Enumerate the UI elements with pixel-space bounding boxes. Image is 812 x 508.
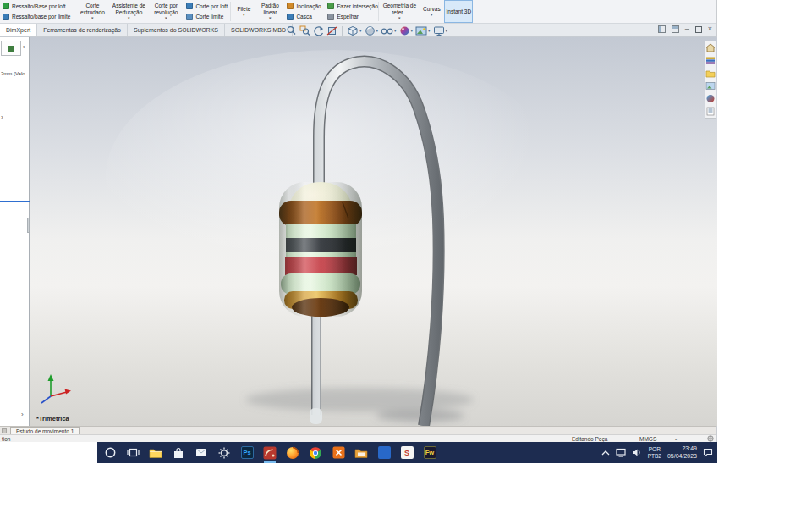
motion-study-tab[interactable]: Estudo de movimento 1 [10,427,80,434]
mirror-icon [327,14,334,20]
ribbon-button-fazer-intersecao[interactable]: Fazer interseção [327,3,375,9]
ribbon-label: Assistente de Perfuração [110,3,147,15]
dropdown-arrow-icon[interactable]: ▾ [394,28,397,33]
fireworks-icon[interactable]: Fw [423,446,436,460]
network-display-icon[interactable] [616,448,626,457]
task-view-icon[interactable] [126,446,140,460]
display-style-icon[interactable]: ▾ [365,25,379,36]
display-pane-toggle-icon[interactable] [672,25,679,33]
status-globe-icon[interactable] [707,435,714,442]
ribbon-button-casca[interactable]: Casca [287,14,322,20]
solidworks-document-label: S [404,449,409,457]
view-orientation-icon[interactable]: ▾ [347,25,362,36]
dropdown-arrow-icon[interactable]: ▾ [269,16,272,21]
ribbon-button-corte-loft[interactable]: Corte por loft [186,3,227,9]
minimize-icon[interactable]: – [685,25,689,33]
panel-expand-bottom-icon[interactable]: › [21,411,24,418]
ribbon-button-assistente-perfuracao[interactable]: Assistente de Perfuração ▾ [109,0,148,23]
featuremanager-toggle-icon[interactable] [658,25,666,33]
rollback-bar[interactable] [0,201,30,202]
property-manager-tab[interactable] [1,41,21,56]
ribbon-label: Padrão linear [256,3,283,15]
zoom-to-area-icon[interactable] [299,25,310,36]
graphics-viewport[interactable]: *Trimétrica [30,37,717,426]
dropdown-arrow-icon[interactable]: ▾ [376,28,379,33]
photoshop-icon[interactable]: Ps [240,446,254,460]
tab-suplementos-solidworks[interactable]: Suplementos do SOLIDWORKS [128,24,225,36]
tab-dimxpert[interactable]: DimXpert [0,24,37,36]
ribbon-label: Curvas [423,6,441,12]
ribbon-button-filete[interactable]: Filete ▾ [232,0,255,23]
dropdown-arrow-icon[interactable]: ▾ [359,28,362,33]
view-palette-icon[interactable] [705,81,716,91]
status-units-dropdown[interactable]: - [675,436,677,442]
ribbon-button-curvas[interactable]: Curvas ▾ [419,0,444,23]
ribbon-button-corte-extrudado[interactable]: Corte extrudado ▾ [75,0,109,23]
ribbon-button-instant3d[interactable]: Instant 3D [444,0,473,23]
apply-scene-icon[interactable]: ▾ [415,25,431,36]
tab-ferramentas-renderizacao[interactable]: Ferramentas de renderização [37,24,128,36]
dropdown-arrow-icon[interactable]: ▾ [91,16,94,21]
dimension-label[interactable]: 2mm (Valo [1,71,30,76]
panel-expand-icon[interactable]: › [23,43,25,51]
dropdown-arrow-icon[interactable]: ▾ [128,16,130,21]
settings-gear-icon[interactable] [217,446,231,460]
ribbon-button-inclinacao[interactable]: Inclinação [287,3,322,9]
ribbon-button-boss-boundary[interactable]: Ressalto/base por limite [3,14,70,20]
ribbon-button-padrao-linear[interactable]: Padrão linear ▾ [255,0,284,23]
toolbar-separator [342,26,343,36]
dropdown-arrow-icon[interactable]: ▾ [398,16,401,21]
close-icon[interactable]: × [708,25,712,33]
volume-icon[interactable] [632,448,642,457]
resistor-model[interactable] [279,182,362,317]
viewport-3d-scene[interactable] [30,37,717,426]
ribbon-button-espelhar[interactable]: Espelhar [327,14,375,20]
file-explorer-icon[interactable] [705,69,716,78]
dropdown-arrow-icon[interactable]: ▾ [411,28,414,33]
ribbon-button-geometria-referencia[interactable]: Geometria de refer... ▾ [380,0,419,23]
firefox-icon[interactable] [286,446,299,460]
status-units[interactable]: MMGS [639,436,656,442]
app-grid-blue-icon[interactable] [377,446,391,460]
clock[interactable]: 23:49 05/04/2023 [667,445,697,460]
motion-study-bar: Estudo de movimento 1 [0,426,716,434]
folder-amber-icon[interactable] [354,446,368,460]
design-library-icon[interactable] [705,56,716,65]
feature-manager-panel: › 2mm (Valo › › [0,37,30,426]
ribbon-button-boss-loft[interactable]: Ressalto/Base por loft [3,3,70,9]
ribbon-button-corte-revolucao[interactable]: Corte por revolução ▾ [148,0,184,23]
file-explorer-taskbar-icon[interactable] [149,446,162,460]
hide-show-items-icon[interactable]: ▾ [381,25,397,36]
custom-properties-icon[interactable] [705,107,716,116]
language-indicator[interactable]: POR PTB2 [648,446,661,460]
dropdown-arrow-icon[interactable]: ▾ [446,28,448,33]
solidworks-icon[interactable] [263,446,277,460]
store-icon[interactable] [172,446,185,460]
tray-expand-icon[interactable] [601,450,610,456]
motion-bar-icon[interactable] [2,428,7,433]
dropdown-arrow-icon[interactable]: ▾ [165,16,167,21]
solidworks-window: Ressalto/Base por loft Ressalto/base por… [0,0,717,442]
previous-view-icon[interactable] [313,25,324,36]
intersect-icon [327,3,334,9]
mail-icon[interactable] [195,446,208,460]
tree-expand-icon[interactable]: › [1,113,3,121]
dropdown-arrow-icon[interactable]: ▾ [431,13,433,18]
solidworks-document-icon[interactable]: S [400,446,414,460]
app-orange-icon[interactable] [332,446,345,460]
zoom-to-fit-icon[interactable] [286,25,297,36]
section-view-icon[interactable] [326,25,337,36]
appearances-scenes-icon[interactable] [705,94,716,103]
chrome-icon[interactable] [309,446,322,460]
dropdown-arrow-icon[interactable]: ▾ [243,13,245,18]
search-icon[interactable] [103,446,117,460]
view-settings-icon[interactable]: ▾ [433,25,448,36]
ribbon-button-corte-limite[interactable]: Corte limite [186,14,227,20]
ribbon-label: Filete [237,6,250,12]
tab-solidworks-mbd[interactable]: SOLIDWORKS MBD [225,24,293,36]
edit-appearance-icon[interactable]: ▾ [399,25,414,36]
action-center-icon[interactable] [703,448,713,457]
dropdown-arrow-icon[interactable]: ▾ [428,28,431,33]
restore-icon[interactable] [695,26,702,33]
solidworks-resources-icon[interactable] [705,43,716,52]
